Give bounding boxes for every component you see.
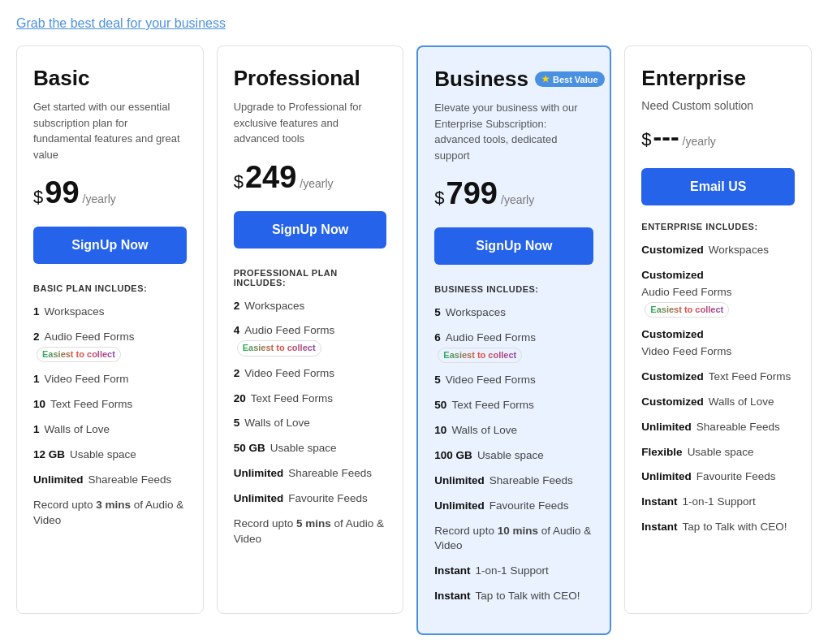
- feature-count: 6: [434, 331, 441, 346]
- feature-label: Audio Feed Forms: [244, 323, 334, 339]
- feature-row: InstantTap to Talk with CEO!: [641, 520, 795, 535]
- signup-btn-professional[interactable]: SignUp Now: [234, 211, 387, 249]
- feature-label: Shareable Feeds: [88, 473, 172, 488]
- plan-card-enterprise: EnterpriseNeed Custom solution$---/yearl…: [624, 45, 812, 614]
- feature-count: Customized: [641, 395, 704, 410]
- feature-label: Walls of Love: [709, 395, 774, 410]
- feature-label: Record upto 3 mins of Audio & Video: [33, 498, 187, 529]
- feature-label: Record upto 5 mins of Audio & Video: [234, 516, 387, 547]
- feature-count: 2: [234, 299, 240, 314]
- feature-label: Text Feed Forms: [251, 391, 333, 407]
- feature-label: Video Feed Form: [45, 372, 129, 387]
- feature-count: 4: [234, 323, 240, 339]
- price-row-professional: $249/yearly: [234, 160, 387, 195]
- feature-label: Tap to Talk with CEO!: [476, 589, 580, 604]
- feature-label: Walls of Love: [244, 416, 310, 431]
- includes-title-enterprise: ENTERPRISE INCLUDES:: [641, 222, 795, 231]
- plan-card-professional: ProfessionalUpgrade to Professional for …: [217, 45, 404, 614]
- feature-count: Customized: [641, 370, 704, 385]
- includes-title-business: BUSINESS INCLUDES:: [434, 284, 593, 294]
- feature-row: Record upto 10 mins of Audio & Video: [434, 524, 593, 555]
- feature-label: 1-on-1 Support: [476, 564, 549, 579]
- price-amount: 799: [446, 176, 498, 211]
- price-row-business: $799/yearly: [434, 176, 593, 211]
- feature-label: Workspaces: [709, 243, 769, 258]
- price-row-basic: $99/yearly: [33, 175, 187, 210]
- feature-row: 10Walls of Love: [434, 423, 593, 439]
- feature-count: Customized: [641, 268, 704, 283]
- feature-count: 50 GB: [234, 441, 265, 456]
- signup-btn-enterprise[interactable]: Email US: [641, 168, 795, 205]
- feature-row: 20Text Feed Forms: [234, 391, 387, 407]
- feature-label: Usable space: [270, 441, 337, 456]
- feature-count: 1: [33, 422, 40, 438]
- feature-count: 100 GB: [434, 448, 472, 464]
- page-subtitle: Grab the best deal for your business: [16, 16, 812, 31]
- feature-row: 10Text Feed Forms: [33, 397, 187, 413]
- feature-row: 5Video Feed Forms: [434, 373, 593, 388]
- easiest-to-collect-badge: Easiest to collect: [645, 302, 729, 318]
- feature-label: Usable space: [477, 448, 544, 464]
- feature-row: CustomizedAudio Feed FormsEasiest to col…: [641, 268, 795, 318]
- best-value-badge: ★ Best Value: [535, 71, 605, 87]
- feature-row: UnlimitedShareable Feeds: [641, 420, 795, 435]
- plan-name-business: Business★ Best Value: [434, 67, 593, 92]
- price-dollar-sign: $: [641, 129, 651, 150]
- plan-desc-basic: Get started with our essential subscript…: [33, 99, 187, 162]
- feature-row: UnlimitedFavourite Feeds: [434, 499, 593, 514]
- feature-count: 2: [33, 330, 40, 345]
- feature-count: Instant: [641, 495, 677, 510]
- feature-count: 1: [33, 372, 40, 387]
- feature-count: 50: [434, 398, 446, 413]
- feature-label: Usable space: [70, 447, 136, 463]
- feature-label: Audio Feed Forms: [45, 330, 135, 345]
- feature-label: Audio Feed Forms: [446, 331, 536, 346]
- plan-name-enterprise: Enterprise: [641, 66, 795, 91]
- plan-desc-professional: Upgrade to Professional for exclusive fe…: [234, 99, 387, 147]
- feature-row: 2Audio Feed FormsEasiest to collect: [33, 330, 187, 362]
- feature-label: Workspaces: [446, 305, 506, 321]
- feature-row: 50Text Feed Forms: [434, 398, 593, 413]
- feature-row: 1Workspaces: [33, 305, 187, 320]
- price-amount: 99: [45, 175, 79, 210]
- feature-count: 5: [234, 416, 240, 431]
- feature-row: CustomizedWorkspaces: [641, 243, 795, 258]
- signup-btn-basic[interactable]: SignUp Now: [33, 227, 187, 264]
- feature-label: Video Feed Forms: [446, 373, 536, 388]
- feature-label: Text Feed Forms: [50, 397, 132, 413]
- feature-row: InstantTap to Talk with CEO!: [434, 589, 593, 604]
- feature-label: Tap to Talk with CEO!: [683, 520, 787, 535]
- feature-row: 2Workspaces: [234, 299, 387, 314]
- price-period: /yearly: [683, 135, 716, 148]
- feature-label: Favourite Feeds: [288, 491, 368, 507]
- feature-row: 100 GBUsable space: [434, 448, 593, 464]
- feature-label: Shareable Feeds: [489, 473, 573, 489]
- feature-row: UnlimitedFavourite Feeds: [641, 469, 795, 485]
- feature-row: 4Audio Feed FormsEasiest to collect: [234, 323, 387, 356]
- feature-count: Instant: [641, 520, 677, 535]
- includes-title-professional: PROFESSIONAL PLAN INCLUDES:: [234, 268, 387, 287]
- signup-btn-business[interactable]: SignUp Now: [434, 227, 593, 265]
- feature-count: Instant: [434, 589, 470, 604]
- feature-row: Instant1-on-1 Support: [641, 495, 795, 510]
- feature-label: Text Feed Forms: [451, 398, 533, 413]
- feature-count: Unlimited: [234, 466, 284, 482]
- feature-count: 5: [434, 305, 441, 321]
- includes-title-basic: BASIC PLAN INCLUDES:: [33, 283, 187, 293]
- plan-desc-enterprise: Need Custom solution: [641, 99, 795, 112]
- feature-count: Customized: [641, 243, 704, 258]
- price-row-enterprise: $---/yearly: [641, 122, 795, 152]
- feature-label: 1-on-1 Support: [683, 495, 756, 510]
- price-dollar-sign: $: [234, 171, 244, 192]
- feature-count: 2: [234, 366, 240, 382]
- feature-label: Favourite Feeds: [489, 499, 569, 514]
- feature-row: FlexibleUsable space: [641, 445, 795, 460]
- feature-count: 10: [434, 423, 446, 439]
- feature-label: Text Feed Forms: [709, 370, 791, 385]
- price-dollar-sign: $: [33, 187, 43, 208]
- feature-count: 5: [434, 373, 441, 388]
- feature-label: Walls of Love: [45, 422, 110, 438]
- feature-count: Unlimited: [434, 473, 485, 489]
- feature-row: 5Walls of Love: [234, 416, 387, 431]
- feature-row: UnlimitedShareable Feeds: [434, 473, 593, 489]
